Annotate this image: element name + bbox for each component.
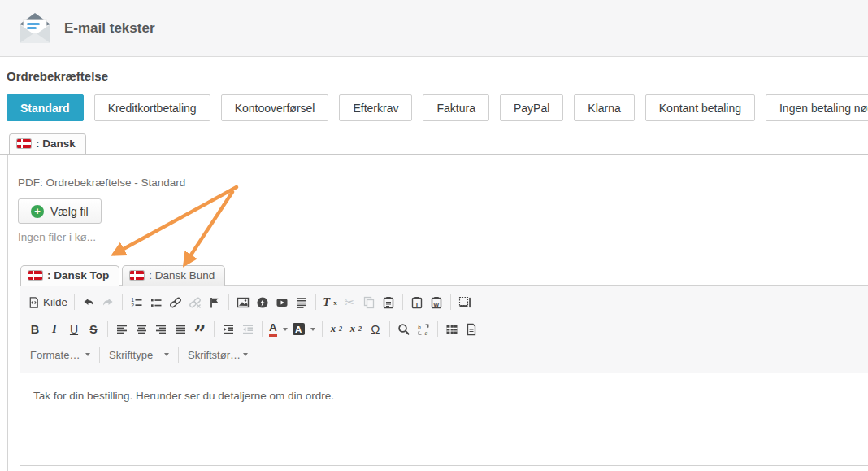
danish-flag-icon [130, 271, 144, 280]
tab-dansk-bund-label: : Dansk Bund [149, 269, 215, 281]
plus-circle-icon: + [31, 205, 44, 218]
flash-icon [256, 296, 269, 309]
subscript-idx: 2 [358, 325, 362, 333]
paste-from-word-button[interactable]: W [427, 293, 446, 312]
align-center-button[interactable] [132, 320, 151, 339]
source-code-icon [28, 296, 40, 309]
justify-button[interactable] [171, 320, 190, 339]
toolbar-separator [402, 294, 403, 310]
horizontal-line-button[interactable] [292, 293, 311, 312]
chevron-down-icon [243, 353, 248, 356]
payment-tab-kreditkortbetaling[interactable]: Kreditkortbetaling [94, 94, 210, 121]
insert-table-button[interactable] [442, 320, 462, 339]
strikethrough-button[interactable]: S [84, 320, 103, 339]
toolbar-row-3: Formate… Skrifttype Skriftstør… [25, 342, 868, 367]
horizontal-lines-icon [295, 296, 308, 309]
payment-tab-klarna[interactable]: Klarna [574, 94, 634, 121]
underline-button[interactable]: U [64, 320, 84, 339]
editor-content-area[interactable]: Tak for din bestilling. Herunder ser du … [20, 373, 868, 465]
svg-text:2: 2 [131, 303, 134, 308]
replace-icon: b a [417, 323, 430, 336]
payment-tab-faktura[interactable]: Faktura [423, 94, 488, 121]
tab-dansk-top[interactable]: : Dansk Top [20, 265, 119, 286]
superscript-exp: 2 [339, 325, 342, 333]
chevron-down-icon [283, 328, 288, 331]
text-color-glyph: A [269, 322, 277, 337]
indent-decrease-button [238, 320, 258, 339]
remove-format-button[interactable]: Tx [320, 293, 340, 312]
tab-dansk-bund[interactable]: : Dansk Bund [122, 265, 225, 286]
omega-glyph: Ω [371, 322, 380, 336]
unlink-button [185, 293, 205, 312]
svg-text:1: 1 [131, 297, 134, 303]
align-left-icon [115, 323, 128, 336]
replace-button[interactable]: b a [414, 320, 433, 339]
bold-button[interactable]: B [25, 320, 45, 339]
special-char-button[interactable]: Ω [366, 320, 385, 339]
flag-icon [208, 296, 221, 309]
format-dropdown[interactable]: Formate… [25, 345, 95, 364]
numbered-list-button[interactable]: 1 2 [127, 293, 146, 312]
tab-dansk[interactable]: : Dansk [9, 133, 86, 154]
italic-button[interactable]: I [45, 320, 64, 339]
align-right-button[interactable] [151, 320, 171, 339]
payment-tab-kontant-betaling[interactable]: Kontant betaling [645, 94, 755, 121]
font-size-dropdown[interactable]: Skriftstør… [183, 345, 253, 364]
numbered-list-icon: 1 2 [130, 296, 143, 309]
font-dropdown-label: Skrifttype [109, 349, 153, 361]
superscript-button[interactable]: x2 [327, 320, 346, 339]
templates-button[interactable] [462, 320, 481, 339]
choose-file-button[interactable]: + Vælg fil [18, 198, 102, 224]
choose-file-label: Vælg fil [50, 205, 89, 218]
blockquote-button[interactable]: ” [190, 324, 210, 343]
page-header: E-mail tekster [0, 0, 868, 57]
format-dropdown-label: Formate… [30, 349, 80, 361]
align-center-icon [135, 323, 148, 336]
font-dropdown[interactable]: Skrifttype [104, 345, 174, 364]
payment-type-tabs: Standard Kreditkortbetaling Kontooverfør… [7, 94, 861, 121]
editor-tabs: : Dansk Top : Dansk Bund [20, 265, 868, 285]
subscript-button[interactable]: x2 [346, 320, 366, 339]
copy-icon [362, 296, 375, 309]
underline-glyph: U [70, 323, 78, 336]
chevron-down-icon [310, 328, 315, 331]
anchor-flag-button[interactable] [205, 293, 224, 312]
select-all-icon [458, 296, 471, 309]
tab-dansk-label: : Dansk [36, 137, 76, 150]
toolbar-separator [122, 294, 123, 310]
unlink-icon [189, 296, 202, 309]
insert-image-button[interactable] [233, 293, 253, 312]
indent-decrease-icon [241, 323, 254, 336]
payment-tab-ingen-betaling[interactable]: Ingen betaling nødvendig [766, 94, 868, 121]
payment-tab-standard[interactable]: Standard [7, 94, 84, 121]
search-icon [397, 323, 410, 336]
insert-flash-button[interactable] [253, 293, 272, 312]
subscript-base: x [350, 323, 355, 335]
select-all-button[interactable] [455, 293, 475, 312]
tab-dansk-top-label: : Dansk Top [47, 269, 109, 281]
link-button[interactable] [166, 293, 185, 312]
upload-queue-empty-text: Ingen filer i kø... [18, 231, 868, 243]
insert-media-button[interactable] [272, 293, 292, 312]
editor-toolbar: Kilde [20, 286, 868, 373]
payment-tab-paypal[interactable]: PayPal [500, 94, 563, 121]
toolbar-separator [178, 347, 179, 363]
font-size-dropdown-label: Skriftstør… [188, 349, 241, 361]
source-button[interactable]: Kilde [25, 293, 70, 312]
paste-plain-text-button[interactable]: T [407, 293, 427, 312]
find-button[interactable] [394, 320, 414, 339]
remove-format-t: T [323, 295, 330, 309]
align-left-button[interactable] [112, 320, 132, 339]
remove-format-x: x [333, 299, 337, 307]
undo-button[interactable] [79, 293, 98, 312]
page-title: E-mail tekster [64, 20, 155, 37]
toolbar-separator [107, 321, 108, 337]
indent-increase-button[interactable] [219, 320, 238, 339]
text-color-button[interactable]: A [267, 320, 290, 339]
background-color-button[interactable]: A [290, 320, 318, 339]
paste-button[interactable] [379, 293, 398, 312]
toolbar-separator [437, 321, 438, 337]
payment-tab-kontooverfoersel[interactable]: Kontooverførsel [221, 94, 329, 121]
payment-tab-efterkrav[interactable]: Efterkrav [339, 94, 412, 121]
bulleted-list-button[interactable] [146, 293, 166, 312]
